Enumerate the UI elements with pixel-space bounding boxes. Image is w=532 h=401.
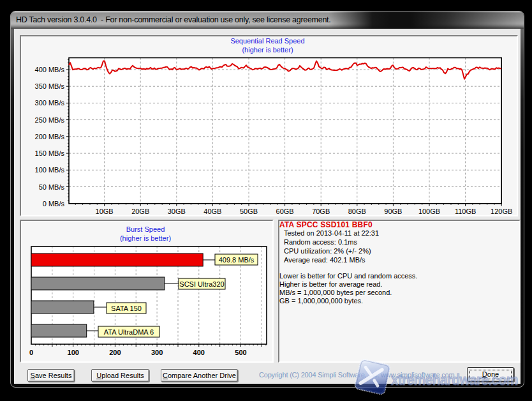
svg-text:200 MB/s: 200 MB/s	[35, 133, 65, 140]
svg-text:0 MB/s: 0 MB/s	[43, 200, 65, 208]
svg-text:90GB: 90GB	[384, 208, 402, 215]
svg-text:250 MB/s: 250 MB/s	[35, 116, 65, 124]
svg-text:300: 300	[151, 349, 163, 356]
svg-text:200: 200	[109, 349, 121, 356]
svg-text:70GB: 70GB	[312, 208, 330, 215]
svg-text:80GB: 80GB	[348, 208, 366, 215]
svg-text:120GB: 120GB	[491, 208, 512, 215]
svg-text:50GB: 50GB	[240, 208, 258, 215]
svg-text:50 MB/s: 50 MB/s	[39, 183, 65, 191]
svg-text:150 MB/s: 150 MB/s	[35, 149, 65, 157]
svg-text:ATA UltraDMA 6: ATA UltraDMA 6	[104, 328, 154, 336]
svg-text:60GB: 60GB	[276, 208, 294, 215]
svg-text:30GB: 30GB	[168, 208, 186, 215]
svg-text:300 MB/s: 300 MB/s	[35, 99, 65, 107]
svg-text:100: 100	[68, 349, 79, 356]
svg-text:100GB: 100GB	[418, 208, 440, 215]
svg-text:350 MB/s: 350 MB/s	[35, 82, 65, 90]
svg-text:20GB: 20GB	[131, 208, 149, 215]
svg-text:SCSI Ultra320: SCSI Ultra320	[179, 280, 224, 288]
svg-text:10GB: 10GB	[96, 208, 114, 215]
svg-text:500: 500	[235, 349, 246, 356]
svg-text:400 MB/s: 400 MB/s	[35, 66, 65, 73]
svg-text:0: 0	[29, 349, 33, 356]
svg-text:409.8 MB/s: 409.8 MB/s	[219, 256, 255, 264]
svg-text:400: 400	[193, 349, 205, 356]
svg-text:40GB: 40GB	[203, 208, 221, 215]
svg-text:SATA 150: SATA 150	[111, 305, 142, 312]
svg-text:100 MB/s: 100 MB/s	[35, 166, 65, 174]
svg-text:110GB: 110GB	[455, 208, 476, 215]
